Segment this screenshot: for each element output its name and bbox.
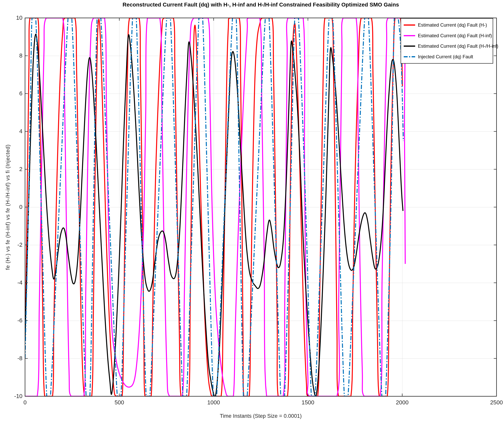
legend-label: Estimated Current (dq) Fault (H-inf) [418,33,492,38]
y-tick-label: -6 [1,317,22,324]
legend: Estimated Current (dq) Fault (H-) Estima… [401,18,493,64]
x-tick-label: 2000 [390,399,414,406]
legend-item: Injected Current (dq) Fault [401,51,493,62]
y-tick-label: -8 [1,355,22,362]
chart-canvas [0,0,504,429]
y-tick-label: -4 [1,279,22,286]
y-tick-label: 8 [1,53,22,59]
y-tick-label: 0 [1,204,22,210]
legend-swatch-black-line [404,45,415,47]
chart-title: Reconstructed Current Fault (dq) with H-… [25,1,496,8]
x-tick-label: 2500 [485,399,504,406]
x-axis-label: Time Instants (Step Size = 0.0001) [25,413,496,419]
x-tick-label: 1000 [202,399,225,406]
x-tick-label: 0 [13,399,37,406]
legend-swatch-red-line [404,24,415,26]
y-tick-label: 6 [1,90,22,97]
legend-swatch-magenta-line [404,35,415,36]
legend-label: Estimated Current (dq) Fault (H-/H-inf) [418,43,498,49]
legend-label: Estimated Current (dq) Fault (H-) [418,22,487,28]
y-tick-label: -10 [1,393,22,399]
legend-label: Injected Current (dq) Fault [418,54,473,60]
x-tick-label: 500 [107,399,131,406]
x-tick-label: 1500 [296,399,320,406]
legend-item: Estimated Current (dq) Fault (H-inf) [401,30,493,41]
y-tick-label: 10 [1,15,22,21]
legend-swatch-blue-dashdot-line [404,56,415,57]
legend-item: Estimated Current (dq) Fault (H-) [401,20,493,30]
y-tick-label: -2 [1,241,22,248]
legend-item: Estimated Current (dq) Fault (H-/H-inf) [401,41,493,52]
y-tick-label: 2 [1,166,22,172]
matlab-figure: Reconstructed Current Fault (dq) with H-… [0,0,504,429]
y-tick-label: 4 [1,128,22,134]
